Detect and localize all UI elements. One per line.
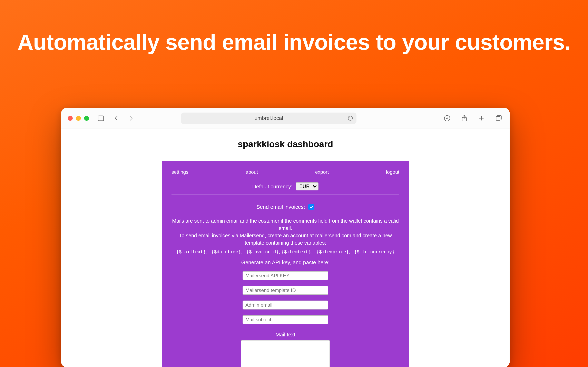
new-tab-icon[interactable]	[477, 114, 486, 123]
send-email-invoices-label: Send email invoices:	[256, 204, 305, 210]
tabs-overview-icon[interactable]	[494, 114, 503, 123]
maximize-icon[interactable]	[84, 116, 89, 120]
send-email-invoices-checkbox[interactable]	[308, 204, 314, 210]
back-icon[interactable]	[112, 114, 121, 123]
page-content: sparkkiosk dashboard settings about expo…	[61, 128, 510, 367]
help-text: Mails are sent to admin email and the co…	[172, 217, 399, 247]
admin-email-input[interactable]	[242, 300, 328, 309]
marketing-headline: Automatically send email invoices to you…	[0, 0, 588, 55]
svg-rect-8	[496, 116, 500, 120]
nav-logout[interactable]: logout	[386, 169, 399, 175]
mail-subject-input[interactable]	[242, 315, 328, 324]
settings-panel: settings about export logout Default cur…	[162, 161, 409, 367]
nav-settings[interactable]: settings	[172, 169, 189, 175]
page-title: sparkkiosk dashboard	[61, 139, 510, 150]
share-icon[interactable]	[460, 114, 469, 123]
forward-icon[interactable]	[127, 114, 136, 123]
downloads-icon[interactable]	[443, 114, 452, 123]
svg-rect-0	[98, 116, 104, 120]
sidebar-toggle-icon[interactable]	[96, 114, 105, 123]
default-currency-label: Default currency:	[252, 183, 293, 189]
close-icon[interactable]	[68, 116, 73, 120]
send-email-invoices-row: Send email invoices:	[172, 204, 399, 210]
generate-api-key-text: Generate an API key, and paste here:	[172, 259, 399, 265]
default-currency-row: Default currency: EUR	[172, 182, 399, 195]
currency-select[interactable]: EUR	[296, 182, 319, 191]
window-controls	[68, 116, 89, 120]
mailersend-api-key-input[interactable]	[242, 271, 328, 280]
nav-export[interactable]: export	[315, 169, 329, 175]
browser-toolbar: umbrel.local	[61, 108, 510, 128]
minimize-icon[interactable]	[76, 116, 81, 120]
panel-nav: settings about export logout	[172, 169, 399, 175]
reload-icon[interactable]	[348, 115, 354, 121]
template-variables: {$mailtext}, {$datetime}, {$invoiceid},{…	[172, 249, 399, 254]
url-bar[interactable]: umbrel.local	[181, 112, 357, 124]
browser-window: umbrel.local spa	[61, 108, 510, 367]
mail-text-label: Mail text	[172, 331, 399, 337]
mailersend-template-id-input[interactable]	[242, 286, 328, 295]
mail-text-textarea[interactable]	[241, 340, 330, 367]
url-text: umbrel.local	[255, 115, 283, 121]
nav-about[interactable]: about	[246, 169, 258, 175]
